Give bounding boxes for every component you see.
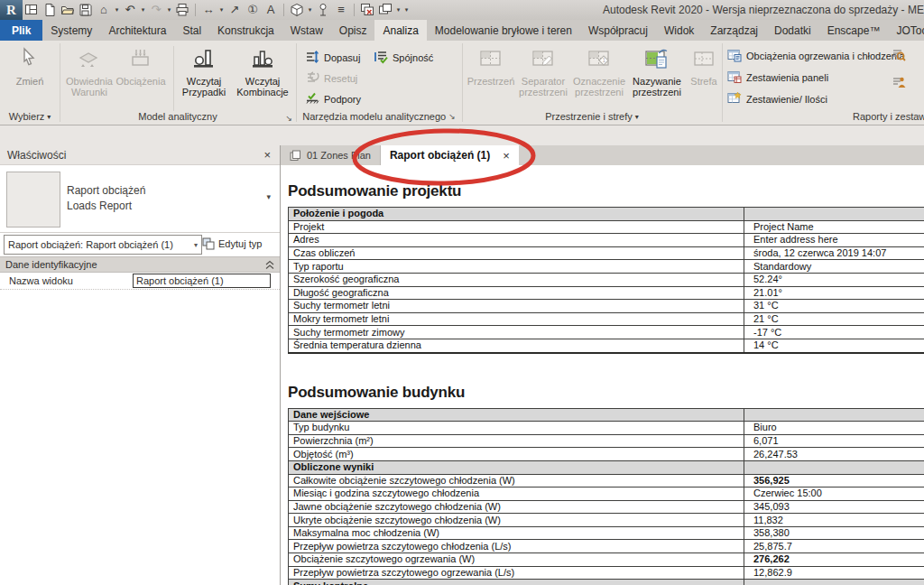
ribbon-tab-enscape-[interactable]: Enscape™ — [819, 20, 889, 41]
ribbon-tab-opisz[interactable]: Opisz — [331, 20, 375, 41]
aligned-dimension-icon[interactable]: ↗ — [226, 1, 244, 19]
switch-windows-icon[interactable] — [376, 1, 394, 19]
chevron-down-icon[interactable]: ▾ — [217, 6, 226, 14]
ribbon-button-dopasuj[interactable]: Dopasuj — [305, 50, 360, 66]
section-icon[interactable] — [314, 1, 332, 19]
filter-row: Raport obciążeń: Raport obciążeń (1) ▾ E… — [0, 233, 280, 256]
supports-icon — [305, 91, 319, 107]
close-hidden-windows-icon[interactable] — [358, 1, 376, 19]
report-table-row: Miesiąc i godzina szczytowego chłodzenia… — [289, 488, 924, 501]
chevron-down-icon: ▾ — [47, 113, 51, 121]
ribbon-tab-modelowanie-bry-owe-i-teren[interactable]: Modelowanie bryłowe i teren — [427, 20, 580, 41]
button-separator — [173, 46, 174, 111]
section-identity-data[interactable]: Dane identyfikacyjne — [0, 256, 280, 273]
view-tab-01-zones-plan[interactable]: 01 Zones Plan — [281, 145, 381, 165]
report-table-row: Suchy termometr letni31 °C — [289, 300, 924, 313]
chevron-down-icon[interactable]: ▾ — [394, 6, 402, 14]
chevron-down-icon[interactable]: ▾ — [113, 6, 121, 14]
save-icon[interactable] — [77, 1, 95, 19]
ribbon-button-obciążenia: Obciążenia — [116, 44, 166, 113]
ribbon-tab-stal[interactable]: Stal — [174, 20, 209, 41]
ribbon-tab-wsp-pracuj[interactable]: Współpracuj — [580, 20, 656, 41]
type-selector-preview[interactable]: Raport obciążeń Loads Report ▾ — [0, 165, 280, 233]
property-value-field[interactable]: Raport obciążeń (1) — [133, 274, 271, 288]
report-table-section-row: Położenie i pogoda — [289, 208, 924, 221]
ribbon-tab-wstaw[interactable]: Wstaw — [282, 20, 331, 41]
ribbon-panel-label[interactable]: Wybierz▾ — [0, 109, 60, 124]
dialog-launcher-icon[interactable]: ↘ — [448, 112, 456, 121]
space-icon — [478, 46, 504, 71]
ribbon-tab-widok[interactable]: Widok — [656, 20, 702, 41]
report-table-row: Szerokość geograficzna52.24° — [289, 273, 924, 286]
open-icon[interactable] — [59, 1, 77, 19]
properties-rows: Nazwa widokuRaport obciążeń (1) — [0, 273, 280, 290]
ribbon-button-podpory[interactable]: Podpory — [305, 91, 361, 107]
selector-value: Raport obciążeń: Raport obciążeń (1) — [8, 239, 194, 250]
ribbon-button-nazywanie-przestrzeni[interactable]: Nazywanie przestrzeni — [628, 44, 686, 113]
report-table-section-row: Sumy kontrolne — [289, 580, 924, 585]
close-tab-icon[interactable]: × — [503, 149, 510, 162]
load-combos-icon — [250, 46, 275, 71]
ribbon-button-obciążenia-ogrzewania-i-chłodzenia[interactable]: Obciążenia ogrzewania i chłodzenia — [727, 48, 905, 64]
report-table-row: Całkowite obciążenie szczytowego chłodze… — [289, 474, 924, 488]
new-document-icon[interactable] — [41, 1, 59, 19]
dialog-launcher-icon[interactable]: ↘ — [285, 114, 292, 123]
ribbon-panel-label[interactable]: Model analityczny — [60, 109, 296, 124]
report-table-row: Powierzchnia (m²)6,071 — [289, 434, 924, 448]
view-tab-raport-obciążeń-1-[interactable]: Raport obciążeń (1)× — [381, 145, 519, 165]
close-icon[interactable]: × — [262, 148, 273, 162]
ribbon-tab-systemy[interactable]: Systemy — [42, 20, 100, 41]
ribbon-button-zmień[interactable]: Zmień — [5, 44, 55, 113]
ribbon: ZmieńWybierz▾ Obwiednia WarunkiObciążeni… — [0, 41, 924, 125]
thin-lines-icon[interactable]: ≡ — [332, 1, 350, 19]
ribbon-panel-label[interactable]: Przestrzenie i strefy▾ — [462, 109, 722, 124]
report-table-row: Typ raportuStandardowy — [289, 260, 924, 274]
space-separator-icon — [531, 46, 556, 71]
check-duct-systems-icon[interactable] — [892, 48, 906, 62]
ribbon-tab-zarz-dzaj[interactable]: Zarządzaj — [702, 20, 766, 41]
ribbon-button-spójność[interactable]: Spójność — [374, 50, 433, 66]
undo-icon[interactable]: ↶ — [121, 1, 139, 19]
home-3d-icon[interactable]: ⌂ — [95, 1, 113, 19]
report-table-row: Przepływ powietrza szczytowego chłodzeni… — [289, 540, 924, 553]
ribbon-tab-plik[interactable]: Plik — [0, 20, 42, 41]
redo-icon[interactable]: ↷ — [147, 1, 165, 19]
report-section-title: Podsumowanie budynku — [288, 384, 924, 402]
chevron-down-icon[interactable]: ▾ — [266, 192, 271, 201]
measure-icon[interactable]: ↔ — [199, 1, 217, 19]
ribbon-tab-konstrukcja[interactable]: Konstrukcja — [209, 20, 282, 41]
report-table-row: Suchy termometr zimowy-17 °C — [289, 326, 924, 339]
chevron-down-icon[interactable]: ▾ — [165, 6, 173, 14]
report-table-section-row: Dane wejściowe — [289, 408, 924, 422]
ribbon-tab-jotools[interactable]: JOTools — [888, 20, 924, 41]
edit-type-button[interactable]: Edytuj typ — [202, 235, 262, 253]
floor-plan-view-icon — [290, 150, 301, 162]
report-table-row: Maksymalna moc chłodzenia (W)358,380 — [289, 526, 924, 540]
report-table-row: Długość geograficzna21.01° — [289, 286, 924, 300]
collapse-icon — [265, 260, 274, 270]
ribbon-button-zestawienie-ilości[interactable]: Zestawienie/ Ilości — [727, 91, 827, 107]
ribbon-tab-analiza[interactable]: Analiza — [374, 20, 426, 41]
customize-qat-icon[interactable]: ▾ — [402, 6, 411, 14]
chevron-down-icon[interactable]: ▾ — [139, 6, 147, 14]
ribbon-panel-label[interactable]: Narzędzia modelu analitycznego↘ — [296, 109, 462, 124]
print-icon[interactable] — [173, 1, 191, 19]
ribbon-group-analytical-model: Obwiednia WarunkiObciążeniaWczytaj Przyp… — [60, 41, 296, 125]
chevron-down-icon[interactable]: ▾ — [306, 6, 314, 14]
ribbon-button-wczytaj-przypadki[interactable]: Wczytaj Przypadki — [177, 44, 231, 113]
ribbon-tab-dodatki[interactable]: Dodatki — [766, 20, 819, 41]
loads-report-document: Podsumowanie projektuPołożenie i pogodaP… — [288, 165, 924, 585]
ribbon-button-zestawienia-paneli[interactable]: Zestawienia paneli — [727, 70, 828, 86]
ribbon-button-przestrzeń: Przestrzeń — [467, 44, 514, 113]
text-icon[interactable]: A — [262, 1, 280, 19]
element-selector-combobox[interactable]: Raport obciążeń: Raport obciążeń (1) ▾ — [4, 235, 202, 255]
ribbon-button-wczytaj-kombinacje[interactable]: Wczytaj Kombinacje — [233, 44, 292, 113]
project-windows-icon[interactable] — [23, 1, 41, 19]
revit-application-menu-button[interactable]: R — [0, 0, 23, 20]
default-3d-view-icon[interactable] — [288, 1, 306, 19]
check-pipe-systems-icon[interactable] — [892, 75, 906, 89]
tag-by-category-icon[interactable]: ① — [244, 1, 262, 19]
ribbon-tab-architektura[interactable]: Architektura — [100, 20, 174, 41]
ribbon-panel-label[interactable]: Raporty i zestawienia — [853, 109, 924, 124]
report-table-row: AdresEnter address here — [289, 234, 924, 247]
